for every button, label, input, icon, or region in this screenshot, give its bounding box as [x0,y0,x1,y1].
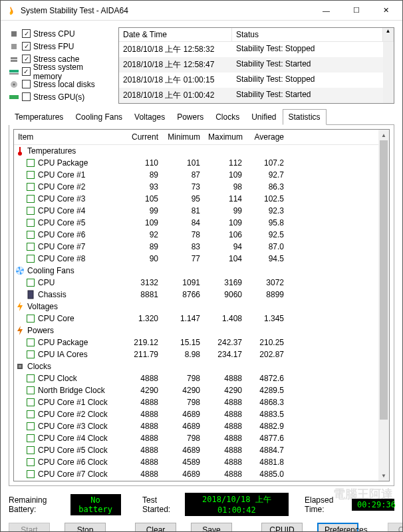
item-name: CPU Core #6 Clock [38,457,108,467]
item-icon [26,278,35,287]
checkbox[interactable] [22,29,31,38]
elapsed-value: 00:29:36 [352,499,394,511]
stat-row[interactable]: CPU Core #2 Clock4888468948884883.5 [14,408,389,420]
val-average: 4884.7 [246,444,288,456]
item-checkbox-icon [27,243,35,251]
stat-row[interactable]: CPU Core #310595114102.5 [14,193,389,205]
stress-stress-cpu[interactable]: Stress CPU [9,27,112,40]
group-name: Temperatures [27,146,76,156]
val-minimum: 78 [162,229,204,241]
val-current: 4888 [120,480,162,481]
checkbox[interactable] [22,42,31,51]
save-button[interactable]: Save [191,523,232,532]
item-checkbox-icon [27,434,35,442]
log-row[interactable]: 2018/10/18 上午 12:58:47Stability Test: St… [119,57,394,72]
stat-row[interactable]: CPU Core #6927810692.5 [14,229,389,241]
fan-icon [15,266,25,275]
scroll-up-icon[interactable]: ▲ [378,130,389,140]
tab-clocks[interactable]: Clocks [209,109,245,125]
scroll-down-icon[interactable]: ▼ [378,470,389,481]
val-current: 4888 [120,420,162,432]
val-minimum: 4689 [162,408,204,420]
item-name: CPU Core #8 Clock [38,481,108,481]
stress-stress-system-memory[interactable]: Stress system memory [9,65,112,78]
clear-button[interactable]: Clear [135,523,176,532]
group-temperatures[interactable]: Temperatures [14,145,389,157]
tab-statistics[interactable]: Statistics [283,109,327,125]
stat-row[interactable]: CPU3132109131693072 [14,277,389,289]
checkbox[interactable] [22,80,31,88]
stat-row[interactable]: CPU Core #1898710992.7 [14,169,389,181]
log-time: 2018/10/18 上午 01:00:15 [119,72,232,88]
log-row[interactable]: 2018/10/18 上午 12:58:32Stability Test: St… [119,42,394,57]
stat-row[interactable]: CPU Core #51098410995.8 [14,217,389,229]
preferences-button[interactable]: Preferences [317,523,358,532]
stress-stress-fpu[interactable]: Stress FPU [9,40,112,53]
stat-row[interactable]: CPU Core #4 Clock488879848884877.6 [14,432,389,444]
cpuid-button[interactable]: CPUID [261,523,303,532]
stop-button[interactable]: Stop [65,523,106,532]
checkbox[interactable] [22,92,31,101]
stat-row[interactable]: CPU Core #5 Clock4888468948884884.7 [14,444,389,456]
log-scroll-up[interactable]: ▲ [383,28,394,41]
stat-row[interactable]: CPU Package219.1215.15242.37210.25 [14,336,389,348]
val-average: 4883.5 [246,408,288,420]
stat-row[interactable]: CPU IA Cores211.798.98234.17202.87 [14,348,389,360]
tab-unified[interactable]: Unified [245,109,282,125]
maximize-button[interactable]: ☐ [341,1,371,21]
stat-row[interactable]: CPU Core #1 Clock488879848884868.3 [14,396,389,408]
stat-row[interactable]: CPU Core #3 Clock4888468948884882.9 [14,420,389,432]
stat-row[interactable]: CPU Core #789839487.0 [14,241,389,253]
group-powers[interactable]: Powers [14,325,389,336]
start-button[interactable]: Start [9,523,50,532]
val-maximum: 4888 [204,420,246,432]
val-maximum: 4888 [204,432,246,444]
stat-row[interactable]: CPU Core #8 Clock4888468948884885.3 [14,480,389,481]
log-col-time[interactable]: Date & Time [119,28,232,41]
stress-stress-gpu-s-[interactable]: Stress GPU(s) [9,90,112,103]
svg-point-10 [18,152,22,156]
col-current[interactable]: Current [120,130,162,144]
val-minimum: 15.15 [162,336,204,348]
chip-icon [15,362,25,371]
tab-temperatures[interactable]: Temperatures [9,109,69,125]
tab-powers[interactable]: Powers [171,109,209,125]
svg-rect-0 [11,31,17,37]
stat-row[interactable]: North Bridge Clock4290429042904289.5 [14,384,389,396]
col-minimum[interactable]: Minimum [162,130,204,144]
stat-row[interactable]: CPU Clock488879848884872.6 [14,372,389,384]
item-name: CPU Core #3 [38,194,85,204]
col-item[interactable]: Item [14,130,120,144]
stat-row[interactable]: Chassis8881876690608899 [14,289,389,301]
scroll-thumb[interactable] [380,140,388,420]
val-minimum: 798 [162,372,204,384]
close-button[interactable]: ✕ [371,1,401,21]
checkbox[interactable] [22,67,31,76]
tab-voltages[interactable]: Voltages [128,109,171,125]
group-voltages[interactable]: Voltages [14,301,389,313]
stat-row[interactable]: CPU Core1.3201.1471.4081.345 [14,313,389,325]
log-row[interactable]: 2018/10/18 上午 01:00:15Stability Test: St… [119,72,394,88]
item-name: CPU Core #4 Clock [38,433,108,444]
mem-icon [9,66,19,77]
group-cooling-fans[interactable]: Cooling Fans [14,265,389,277]
tab-cooling-fans[interactable]: Cooling Fans [69,109,128,125]
minimize-button[interactable]: — [311,1,341,21]
stat-row[interactable]: CPU Package110101112107.2 [14,157,389,169]
col-average[interactable]: Average [246,130,288,144]
stat-row[interactable]: CPU Core #7 Clock4888468948884885.0 [14,468,389,480]
stats-scrollbar[interactable]: ▲ ▼ [378,130,389,481]
log-row[interactable]: 2018/10/18 上午 01:00:42Stability Test: St… [119,88,394,103]
log-col-status[interactable]: Status [232,28,383,41]
stat-row[interactable]: CPU Core #499819992.3 [14,205,389,217]
item-checkbox-icon [27,410,35,418]
close-dialog-button[interactable]: Close [388,523,403,532]
val-average: 86.3 [246,181,288,193]
stat-row[interactable]: CPU Core #293739886.3 [14,181,389,193]
col-maximum[interactable]: Maximum [204,130,246,144]
checkbox[interactable] [22,55,31,63]
val-average: 107.2 [246,157,288,169]
stat-row[interactable]: CPU Core #6 Clock4888458948884881.8 [14,456,389,468]
stat-row[interactable]: CPU Core #8907710494.5 [14,253,389,265]
group-clocks[interactable]: Clocks [14,360,389,372]
